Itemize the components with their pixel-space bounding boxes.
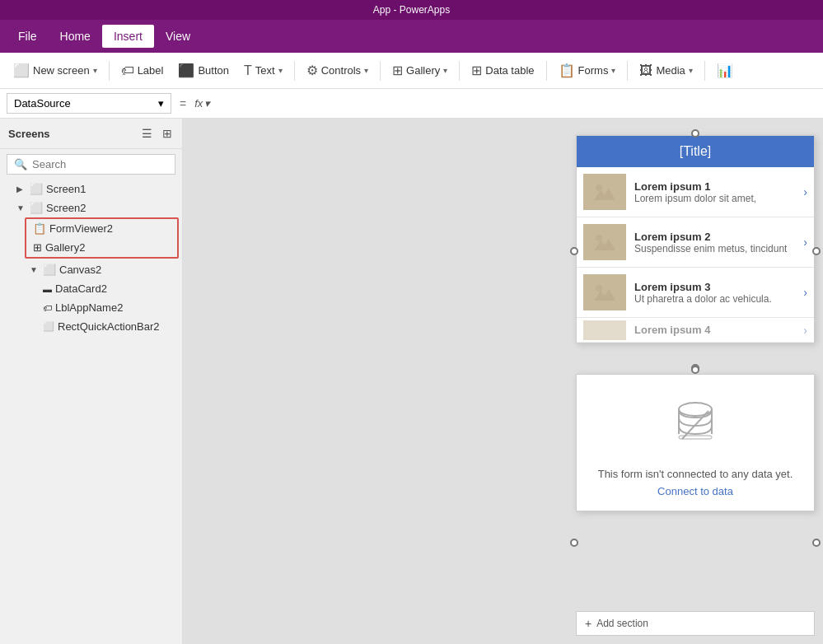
separator-1 (109, 61, 110, 81)
gallery-text-1: Lorem ipsum 1 Lorem ipsum dolor sit amet… (634, 180, 795, 204)
forms-label: Forms (578, 64, 609, 77)
separator-3 (380, 61, 381, 81)
menu-file[interactable]: File (7, 25, 49, 48)
lblappname2-label: LblAppName2 (55, 301, 123, 314)
sidebar-item-rectquickactionbar2[interactable]: ⬜ RectQuickActionBar2 (0, 317, 182, 336)
selection-highlight: 📋 FormViewer2 ⊞ Gallery2 (25, 217, 179, 259)
gallery-thumb-3 (583, 274, 626, 310)
controls-label: Controls (321, 64, 361, 77)
search-box[interactable]: 🔍 (7, 154, 175, 175)
form-handle-right[interactable] (812, 539, 821, 547)
sidebar-item-formviewer2[interactable]: 📋 FormViewer2 (26, 219, 177, 238)
new-screen-caret: ▾ (93, 66, 97, 75)
gallery-button[interactable]: ⊞ Gallery ▾ (386, 58, 454, 82)
menu-insert[interactable]: Insert (102, 25, 154, 48)
label-button[interactable]: 🏷 Label (115, 59, 171, 82)
forms-button[interactable]: 📋 Forms ▾ (552, 58, 623, 82)
menu-view[interactable]: View (154, 25, 202, 48)
forms-icon: 📋 (559, 63, 575, 78)
datacard2-icon: ▬ (43, 284, 52, 294)
datatable-label: Data table (485, 64, 534, 77)
new-screen-button[interactable]: ⬜ New screen ▾ (7, 58, 104, 82)
sidebar-item-datacard2[interactable]: ▬ DataCard2 (0, 279, 182, 298)
svg-point-5 (596, 235, 602, 241)
separator-2 (294, 61, 295, 81)
gallery-label: Gallery (406, 64, 440, 77)
main-area: Screens ☰ ⊞ 🔍 ▶ ⬜ Screen1 ▼ ⬜ Screen2 (0, 119, 823, 644)
formula-fx[interactable]: fx ▾ (194, 97, 210, 110)
sidebar-item-gallery2[interactable]: ⊞ Gallery2 (26, 238, 177, 257)
separator-6 (627, 61, 628, 81)
sidebar-item-lblappname2[interactable]: 🏷 LblAppName2 (0, 298, 182, 317)
menu-bar: File Home Insert View (0, 20, 823, 53)
media-button[interactable]: 🖼 Media ▾ (633, 59, 699, 82)
gallery2-label: Gallery2 (45, 241, 85, 254)
gallery-title: [Title] (680, 144, 712, 158)
add-section-bar[interactable]: + Add section (576, 611, 815, 636)
gallery-row-2[interactable]: Lorem ipsum 2 Suspendisse enim metus, ti… (577, 217, 814, 268)
button-icon: ⬛ (178, 63, 194, 78)
add-section-plus: + (585, 617, 592, 630)
fx-label: fx (194, 97, 203, 110)
gallery-row-3[interactable]: Lorem ipsum 3 Ut pharetra a dolor ac veh… (577, 268, 814, 318)
screen2-label: Screen2 (46, 202, 86, 214)
text-caret: ▾ (278, 66, 283, 75)
gallery2-icon: ⊞ (33, 241, 42, 254)
rectquickactionbar2-label: RectQuickActionBar2 (58, 320, 160, 333)
gallery-row-4[interactable]: Lorem ipsum 4 › (577, 318, 814, 343)
sidebar-item-canvas2[interactable]: ▼ ⬜ Canvas2 (0, 260, 182, 279)
app-title: App - PowerApps (373, 4, 450, 16)
sidebar-item-screen2[interactable]: ▼ ⬜ Screen2 (0, 198, 182, 217)
menu-home[interactable]: Home (49, 25, 102, 48)
gallery-icon: ⊞ (392, 63, 403, 78)
datatable-icon: ⊞ (471, 63, 482, 78)
search-input[interactable] (32, 158, 171, 170)
sidebar-grid-view-button[interactable]: ⊞ (161, 125, 174, 142)
gallery-header: [Title] (577, 136, 814, 167)
gallery-text-2: Lorem ipsum 2 Suspendisse enim metus, ti… (634, 231, 795, 254)
new-screen-icon: ⬜ (13, 63, 30, 78)
handle-bottom[interactable] (691, 364, 699, 372)
gallery-widget: [Title] Lorem ipsum 1 Lorem ipsum dolor … (576, 135, 815, 343)
toolbar: ⬜ New screen ▾ 🏷 Label ⬛ Button T Text ▾… (0, 53, 823, 89)
new-screen-label: New screen (33, 64, 90, 77)
form-message: This form isn't connected to any data ye… (598, 468, 793, 480)
gallery-row3-subtitle: Ut pharetra a dolor ac vehicula. (634, 293, 795, 305)
screen2-icon: ⬜ (30, 202, 43, 214)
expand-arrow-screen1: ▶ (16, 184, 26, 194)
datasource-dropdown[interactable]: DataSource ▾ (7, 93, 171, 114)
sidebar: Screens ☰ ⊞ 🔍 ▶ ⬜ Screen1 ▼ ⬜ Screen2 (0, 119, 183, 644)
controls-icon: ⚙ (306, 63, 318, 78)
datatable-button[interactable]: ⊞ Data table (465, 58, 540, 82)
sidebar-list-view-button[interactable]: ☰ (140, 125, 154, 142)
gallery-row2-subtitle: Suspendisse enim metus, tincidunt (634, 243, 795, 254)
database-icon (671, 399, 720, 458)
gallery-text-4: Lorem ipsum 4 (634, 324, 795, 336)
media-icon: 🖼 (639, 63, 652, 78)
charts-button[interactable]: 📊 (710, 58, 740, 82)
gallery-thumb-2 (583, 224, 626, 260)
formula-bar: DataSource ▾ = fx ▾ (0, 89, 823, 119)
equals-sign: = (171, 97, 194, 110)
separator-7 (704, 61, 705, 81)
gallery-chevron-3: › (803, 286, 807, 299)
sidebar-title: Screens (8, 128, 50, 140)
datacard2-label: DataCard2 (55, 282, 107, 295)
button-button[interactable]: ⬛ Button (171, 58, 236, 82)
screen1-label: Screen1 (46, 183, 86, 195)
form-widget: This form isn't connected to any data ye… (576, 374, 815, 511)
form-handle-left[interactable] (570, 539, 578, 547)
text-button[interactable]: T Text ▾ (237, 59, 289, 82)
label-icon: 🏷 (121, 63, 134, 78)
expand-arrow-screen2: ▼ (16, 203, 26, 212)
controls-button[interactable]: ⚙ Controls ▾ (300, 58, 375, 82)
gallery-row-1[interactable]: Lorem ipsum 1 Lorem ipsum dolor sit amet… (577, 167, 814, 217)
gallery-row2-title: Lorem ipsum 2 (634, 231, 795, 243)
sidebar-item-screen1[interactable]: ▶ ⬜ Screen1 (0, 180, 182, 198)
form-handle-top[interactable] (691, 366, 699, 374)
connect-to-data-link[interactable]: Connect to data (657, 485, 733, 497)
title-bar: App - PowerApps (0, 0, 823, 20)
add-section-label: Add section (596, 618, 648, 629)
gallery-chevron-2: › (803, 236, 807, 249)
canvas-area[interactable]: [Title] Lorem ipsum 1 Lorem ipsum dolor … (183, 119, 823, 644)
